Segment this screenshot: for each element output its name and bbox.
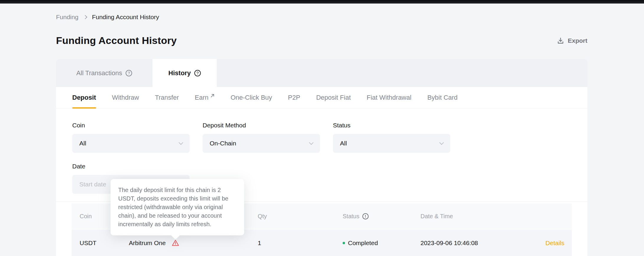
status-select-value: All: [340, 140, 347, 147]
help-icon[interactable]: [126, 70, 132, 76]
coin-select[interactable]: All: [72, 134, 190, 153]
deposit-method-filter-label: Deposit Method: [203, 122, 320, 129]
row-chain-label: Arbitrum One: [129, 239, 166, 247]
breadcrumb-funding-link[interactable]: Funding: [56, 14, 78, 21]
top-bar: [0, 0, 644, 4]
subtab-one-click-buy[interactable]: One-Click Buy: [231, 87, 272, 108]
row-qty: 1: [258, 239, 343, 247]
page-title: Funding Account History: [56, 35, 177, 46]
chevron-right-icon: [83, 15, 87, 19]
row-status: Completed: [343, 239, 420, 247]
subtab-bar: Deposit Withdraw Transfer Earn One-Click…: [56, 87, 587, 109]
subtab-bybit-card[interactable]: Bybit Card: [427, 87, 458, 108]
deposit-method-select-value: On-Chain: [210, 140, 236, 147]
coin-filter: Coin All: [72, 122, 190, 153]
deposit-method-filter: Deposit Method On-Chain: [203, 122, 320, 153]
subtab-p2p[interactable]: P2P: [288, 87, 300, 108]
download-icon: [557, 37, 564, 45]
deposit-limit-tooltip: The daily deposit limit for this chain i…: [111, 179, 244, 235]
chevron-down-icon: [179, 140, 183, 145]
row-chain: Arbitrum One: [129, 239, 258, 247]
header-qty: Qty: [258, 213, 343, 220]
info-icon[interactable]: [362, 213, 369, 219]
deposit-method-select[interactable]: On-Chain: [203, 134, 320, 153]
status-filter-label: Status: [333, 122, 450, 129]
subtab-deposit[interactable]: Deposit: [72, 87, 96, 108]
chevron-down-icon: [309, 140, 314, 145]
help-icon[interactable]: [194, 70, 201, 76]
tab-all-transactions[interactable]: All Transactions: [56, 59, 152, 87]
subtab-deposit-fiat[interactable]: Deposit Fiat: [316, 87, 351, 108]
tooltip-text: The daily deposit limit for this chain i…: [118, 187, 229, 227]
export-label: Export: [568, 37, 587, 44]
tab-history[interactable]: History: [152, 59, 217, 87]
warning-icon[interactable]: [172, 239, 179, 247]
subtab-earn[interactable]: Earn: [195, 87, 214, 108]
row-coin: USDT: [72, 239, 129, 247]
details-link[interactable]: Details: [546, 239, 564, 246]
tab-history-label: History: [168, 69, 191, 77]
coin-select-value: All: [79, 140, 86, 147]
subtab-earn-label: Earn: [195, 94, 208, 101]
coin-filter-label: Coin: [72, 122, 190, 129]
subtab-transfer[interactable]: Transfer: [155, 87, 179, 108]
status-dot-icon: [343, 242, 345, 244]
tab-all-transactions-label: All Transactions: [76, 69, 122, 77]
status-select[interactable]: All: [333, 134, 450, 153]
breadcrumb: Funding Funding Account History: [56, 14, 159, 21]
breadcrumb-current-page: Funding Account History: [92, 14, 159, 21]
date-filter-label: Date: [72, 163, 587, 170]
external-link-icon: [210, 93, 215, 98]
subtab-fiat-withdrawal[interactable]: Fiat Withdrawal: [367, 87, 412, 108]
header-status-label: Status: [343, 213, 359, 220]
tab-bar: All Transactions History: [56, 59, 587, 87]
header-status: Status: [343, 213, 420, 220]
status-filter: Status All: [333, 122, 450, 153]
status-badge: Completed: [348, 239, 378, 247]
header-datetime: Date & Time: [420, 213, 538, 220]
row-datetime: 2023-09-06 10:46:08: [420, 239, 538, 247]
export-button[interactable]: Export: [557, 37, 587, 45]
subtab-withdraw[interactable]: Withdraw: [112, 87, 139, 108]
chevron-down-icon: [439, 140, 444, 145]
page-header: Funding Account History Export: [56, 35, 587, 46]
